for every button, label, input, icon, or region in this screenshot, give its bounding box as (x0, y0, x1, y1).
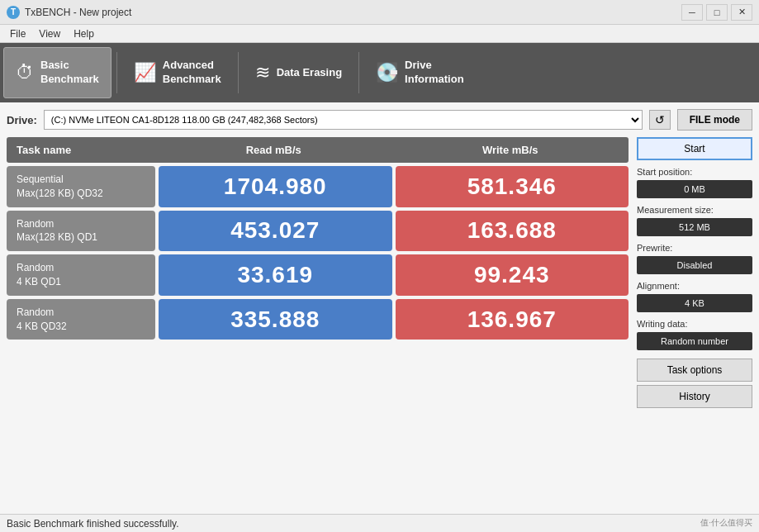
task-options-button[interactable]: Task options (637, 359, 752, 382)
status-message: Basic Benchmark finished successfully. (7, 518, 179, 530)
maximize-button[interactable]: □ (706, 4, 728, 21)
main-content: Drive: (C:) NVMe LITEON CA1-8D128 118.00… (0, 102, 759, 532)
watermark: 值·什么值得买 (700, 517, 752, 529)
start-position-value: 0 MB (637, 180, 752, 198)
benchmark-container: Task name Read mB/s Write mB/s Sequentia… (7, 137, 752, 408)
start-position-label: Start position: (637, 167, 752, 177)
read-random-4kb-qd1: 33.619 (159, 254, 392, 296)
menu-bar: File View Help (0, 25, 759, 43)
basic-benchmark-label: BasicBenchmark (40, 59, 99, 87)
toolbar-advanced-benchmark[interactable]: 📈 AdvancedBenchmark (122, 47, 233, 98)
status-bar: Basic Benchmark finished successfully. 值… (0, 514, 759, 532)
minimize-button[interactable]: ─ (681, 4, 703, 21)
drive-refresh-button[interactable]: ↺ (649, 110, 671, 130)
header-write: Write mB/s (392, 137, 629, 163)
toolbar-data-erasing[interactable]: ≋ Data Erasing (244, 47, 353, 98)
bench-row-1: SequentialMax(128 KB) QD32 1704.980 581.… (7, 166, 629, 207)
read-random-128kb-qd1: 453.027 (159, 211, 392, 252)
write-sequential-qd32: 581.346 (396, 166, 629, 207)
alignment-value: 4 KB (637, 294, 752, 312)
toolbar-separator-1 (116, 52, 117, 93)
right-panel: Start Start position: 0 MB Measurement s… (637, 137, 752, 408)
toolbar: ⏱ BasicBenchmark 📈 AdvancedBenchmark ≋ D… (0, 43, 759, 102)
menu-view[interactable]: View (32, 26, 67, 41)
bench-row-3: Random4 KB QD1 33.619 99.243 (7, 254, 629, 296)
toolbar-basic-benchmark[interactable]: ⏱ BasicBenchmark (3, 47, 111, 98)
title-bar: T TxBENCH - New project ─ □ ✕ (0, 0, 759, 25)
header-read: Read mB/s (155, 137, 392, 163)
writing-data-label: Writing data: (637, 319, 752, 329)
menu-help[interactable]: Help (67, 26, 101, 41)
advanced-benchmark-icon: 📈 (134, 62, 156, 83)
task-random-128kb-qd1: RandomMax(128 KB) QD1 (7, 211, 155, 252)
menu-file[interactable]: File (3, 26, 32, 41)
start-button[interactable]: Start (637, 137, 752, 160)
bench-row-2: RandomMax(128 KB) QD1 453.027 163.688 (7, 211, 629, 252)
task-random-4kb-qd32: Random4 KB QD32 (7, 299, 155, 340)
toolbar-separator-3 (358, 52, 359, 93)
drive-information-label: DriveInformation (405, 59, 464, 87)
basic-benchmark-icon: ⏱ (16, 62, 34, 83)
alignment-label: Alignment: (637, 281, 752, 291)
measurement-size-value: 512 MB (637, 218, 752, 236)
prewrite-value: Disabled (637, 256, 752, 274)
toolbar-drive-information[interactable]: 💽 DriveInformation (364, 47, 476, 98)
writing-data-value: Random number (637, 332, 752, 350)
task-sequential-qd32: SequentialMax(128 KB) QD32 (7, 166, 155, 207)
drive-select[interactable]: (C:) NVMe LITEON CA1-8D128 118.00 GB (24… (44, 110, 643, 130)
task-random-4kb-qd1: Random4 KB QD1 (7, 254, 155, 296)
window-title: TxBENCH - New project (25, 7, 131, 18)
read-random-4kb-qd32: 335.888 (159, 299, 392, 340)
toolbar-separator-2 (238, 52, 239, 93)
drive-information-icon: 💽 (376, 62, 398, 83)
title-bar-left: T TxBENCH - New project (7, 6, 131, 19)
window-controls: ─ □ ✕ (681, 4, 752, 21)
drive-label: Drive: (7, 114, 37, 126)
advanced-benchmark-label: AdvancedBenchmark (163, 59, 221, 87)
benchmark-header: Task name Read mB/s Write mB/s (7, 137, 629, 163)
data-erasing-icon: ≋ (255, 62, 270, 83)
data-erasing-label: Data Erasing (277, 66, 342, 80)
write-random-128kb-qd1: 163.688 (396, 211, 629, 252)
file-mode-button[interactable]: FILE mode (677, 109, 752, 131)
bench-row-4: Random4 KB QD32 335.888 136.967 (7, 299, 629, 340)
benchmark-table: Task name Read mB/s Write mB/s Sequentia… (7, 137, 629, 408)
write-random-4kb-qd32: 136.967 (396, 299, 629, 340)
write-random-4kb-qd1: 99.243 (396, 254, 629, 296)
close-button[interactable]: ✕ (731, 4, 752, 21)
header-task: Task name (7, 137, 155, 163)
prewrite-label: Prewrite: (637, 243, 752, 253)
read-sequential-qd32: 1704.980 (159, 166, 392, 207)
history-button[interactable]: History (637, 385, 752, 408)
app-icon: T (7, 6, 20, 19)
measurement-size-label: Measurement size: (637, 205, 752, 215)
drive-bar: Drive: (C:) NVMe LITEON CA1-8D128 118.00… (7, 109, 752, 131)
